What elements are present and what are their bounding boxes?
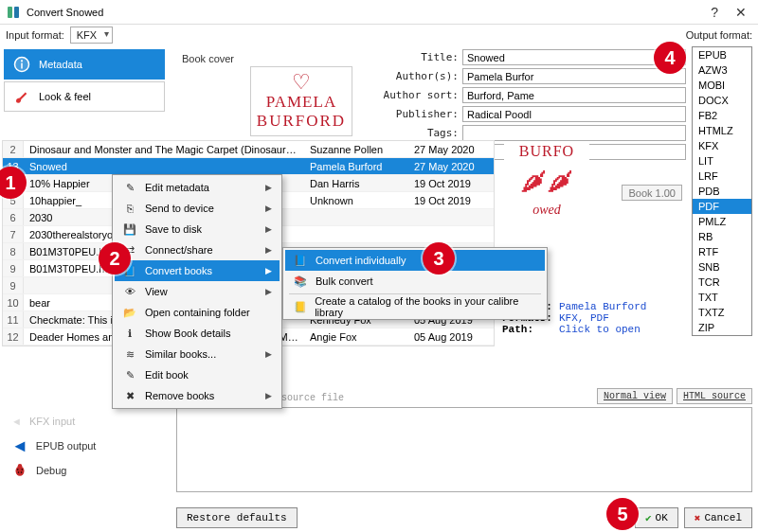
menu-item[interactable]: ⇄Connect/share▶ xyxy=(115,239,280,260)
menu-item[interactable]: ✎Edit metadata▶ xyxy=(115,177,280,198)
help-button[interactable]: ? xyxy=(711,5,718,20)
output-format-option[interactable]: LIT xyxy=(693,153,751,168)
row-index: 12 xyxy=(3,328,24,345)
output-format-label: Output format: xyxy=(686,29,752,41)
menu-item[interactable]: 📘Convert books▶ xyxy=(115,260,280,281)
output-format-option[interactable]: MOBI xyxy=(693,78,751,93)
svg-rect-1 xyxy=(14,7,19,18)
output-format-option[interactable]: HTMLZ xyxy=(693,123,751,138)
menu-item-icon: 👁 xyxy=(122,284,137,299)
svg-point-11 xyxy=(21,471,23,473)
output-format-option[interactable]: AZW3 xyxy=(693,62,751,78)
menu-item-label: Edit metadata xyxy=(145,182,209,193)
row-index: 9 xyxy=(3,260,24,276)
output-format-option[interactable]: SNB xyxy=(693,259,751,275)
row-author: Angie Fox xyxy=(304,331,408,343)
menu-item[interactable]: ≋Similar books...▶ xyxy=(115,344,280,364)
row-index: 10 xyxy=(3,294,24,310)
menu-item[interactable]: 💾Save to disk▶ xyxy=(115,219,280,239)
menu-item[interactable]: 👁View▶ xyxy=(115,281,280,302)
submenu-item-label: Create a catalog of the books in your ca… xyxy=(315,295,537,318)
field-label-authors: Author(s): xyxy=(383,70,462,82)
output-format-option[interactable]: PDF xyxy=(693,199,751,214)
input-format-combo[interactable]: KFX xyxy=(70,27,113,44)
output-format-option[interactable]: TXT xyxy=(693,290,751,305)
menu-item[interactable]: ✖Remove books▶ xyxy=(115,385,280,406)
tags-field[interactable] xyxy=(462,125,686,141)
svg-point-10 xyxy=(18,471,20,473)
row-title: Snowed xyxy=(24,161,304,172)
svg-rect-5 xyxy=(21,63,23,69)
close-button[interactable]: ✕ xyxy=(735,5,747,20)
row-date: 19 Oct 2019 xyxy=(408,195,494,206)
ok-button[interactable]: ✔OK xyxy=(635,507,678,528)
menu-item-icon: ✎ xyxy=(122,180,137,195)
output-format-option[interactable]: FB2 xyxy=(693,108,751,123)
cover-text-2: BURFORD xyxy=(257,112,346,131)
menu-item[interactable]: ✎Edit book xyxy=(115,364,280,385)
comments-editor[interactable] xyxy=(176,407,752,492)
table-row[interactable]: 13SnowedPamela Burford27 May 2020 xyxy=(3,158,494,175)
info-icon xyxy=(12,55,31,74)
row-index: 2 xyxy=(3,141,24,157)
restore-defaults-button[interactable]: Restore defaults xyxy=(176,507,298,528)
sidebar-tab-metadata[interactable]: Metadata xyxy=(4,49,165,80)
output-format-option[interactable]: EPUB xyxy=(693,47,751,62)
sidebar-tab-label: Metadata xyxy=(39,59,82,70)
sidebar-lower: ◄ KFX input ◄ EPUB output Debug xyxy=(4,409,165,483)
output-format-option[interactable]: TCR xyxy=(693,275,751,290)
table-row[interactable]: 2Dinosaur and Monster and The Magic Carp… xyxy=(3,141,494,158)
menu-item-icon: 📂 xyxy=(122,305,137,320)
pepper-icon: 🌶🌶 xyxy=(505,166,588,197)
menu-item-icon: 💾 xyxy=(122,222,137,237)
menu-item-label: Similar books... xyxy=(145,348,216,360)
cancel-button[interactable]: ✖Cancel xyxy=(684,507,752,528)
callout-2: 2 xyxy=(99,242,131,275)
output-format-option[interactable]: KFX xyxy=(693,138,751,153)
row-index: 6 xyxy=(3,209,24,225)
output-format-dropdown[interactable]: EPUBAZW3MOBIDOCXFB2HTMLZKFXLITLRFPDBPDFP… xyxy=(692,46,752,336)
output-format-option[interactable]: RB xyxy=(693,229,751,244)
title-field[interactable] xyxy=(462,49,686,65)
row-author: Pamela Burford xyxy=(304,161,408,172)
info-path-value[interactable]: Click to open xyxy=(559,324,641,335)
output-format-option[interactable]: RTF xyxy=(693,244,751,259)
output-format-option[interactable]: DOCX xyxy=(693,93,751,108)
format-bar: Input format: KFX Output format: xyxy=(0,25,758,45)
publisher-field[interactable] xyxy=(462,106,686,122)
output-format-option[interactable]: LRF xyxy=(693,168,751,184)
menu-item[interactable]: 📂Open containing folder xyxy=(115,302,280,323)
bottom-bar: Restore defaults ✔OK ✖Cancel xyxy=(176,507,752,528)
authorsort-field[interactable] xyxy=(462,87,686,103)
menu-separator xyxy=(289,293,541,294)
output-format-option[interactable]: PDB xyxy=(693,184,751,199)
row-date: 27 May 2020 xyxy=(408,144,494,155)
submenu-item[interactable]: 📚Bulk convert xyxy=(285,271,545,292)
svg-point-9 xyxy=(22,469,24,470)
menu-item-label: Edit book xyxy=(145,369,189,381)
info-formats-value[interactable]: KFX, PDF xyxy=(559,312,609,324)
sidebar-tab-kfx-input[interactable]: ◄ KFX input xyxy=(4,409,165,434)
html-source-tab[interactable]: HTML source xyxy=(677,388,752,404)
sidebar-tab-lookfeel[interactable]: Look & feel xyxy=(4,81,165,112)
menu-item[interactable]: ⎘Send to device▶ xyxy=(115,198,280,219)
sidebar-tab-epub-output[interactable]: ◄ EPUB output xyxy=(4,434,165,458)
normal-view-tab[interactable]: Normal view xyxy=(597,388,673,404)
callout-4: 4 xyxy=(654,42,686,74)
menu-item[interactable]: ℹShow Book details xyxy=(115,323,280,344)
output-format-option[interactable]: ZIP xyxy=(693,320,751,335)
output-format-option[interactable]: PMLZ xyxy=(693,214,751,229)
chevron-right-icon: ▶ xyxy=(265,183,272,192)
authors-field[interactable] xyxy=(462,68,686,84)
sidebar-tab-debug[interactable]: Debug xyxy=(4,458,165,483)
submenu-item[interactable]: 📘Convert individually xyxy=(285,250,545,271)
book-cover-preview: ♡ PAMELA BURFORD xyxy=(250,66,352,136)
info-authors-value[interactable]: Pamela Burford xyxy=(559,301,646,312)
titlebar: Convert Snowed ? ✕ xyxy=(0,0,758,25)
menu-item-label: View xyxy=(145,286,168,297)
series-number-field[interactable]: Book 1.00 xyxy=(622,185,682,201)
input-format-label: Input format: xyxy=(6,29,64,41)
output-format-option[interactable]: TXTZ xyxy=(693,305,751,320)
submenu-item[interactable]: 📒Create a catalog of the books in your c… xyxy=(285,296,545,317)
brush-icon xyxy=(12,87,31,106)
